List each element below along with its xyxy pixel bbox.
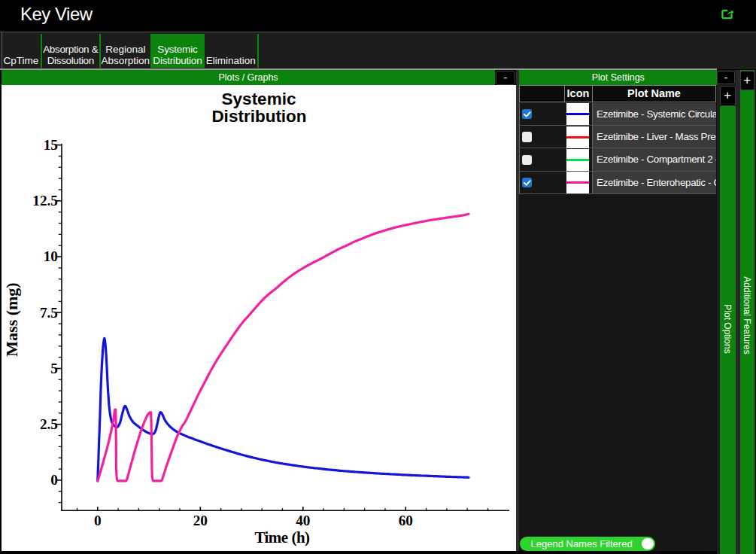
svg-text:10: 10 xyxy=(44,248,58,264)
svg-text:60: 60 xyxy=(399,513,413,528)
svg-text:Time (h): Time (h) xyxy=(254,528,310,546)
svg-text:0: 0 xyxy=(50,472,58,488)
svg-text:0: 0 xyxy=(94,513,102,528)
svg-text:7.5: 7.5 xyxy=(40,305,58,321)
svg-text:40: 40 xyxy=(296,513,310,528)
svg-text:Distribution: Distribution xyxy=(211,107,306,126)
svg-text:12.5: 12.5 xyxy=(32,193,58,209)
svg-text:15: 15 xyxy=(44,137,58,153)
svg-text:Systemic: Systemic xyxy=(222,90,296,108)
svg-text:2.5: 2.5 xyxy=(40,416,58,432)
svg-text:5: 5 xyxy=(50,361,58,376)
svg-text:Mass (mg): Mass (mg) xyxy=(2,282,21,356)
svg-text:20: 20 xyxy=(193,513,208,528)
